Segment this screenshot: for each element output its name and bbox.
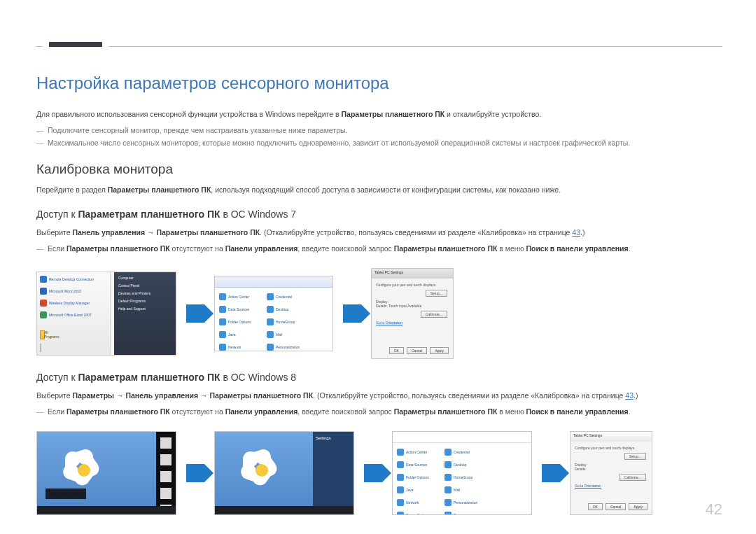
note-item: Если Параметры планшетного ПК отсутствую… [36,243,722,255]
note-item: Если Параметры планшетного ПК отсутствую… [36,406,722,419]
note-item: Подключите сенсорный монитор, прежде чем… [36,125,722,137]
arrow-icon [343,304,361,323]
win8-flow: ★★ ★★ ★★ Settings [36,431,722,515]
header-rule [36,42,722,47]
arrow-icon [364,464,382,482]
calibration-paragraph: Перейдите в раздел Параметры планшетного… [36,184,722,196]
arrow-icon [186,464,204,482]
intro-paragraph: Для правильного использования сенсорной … [36,108,722,120]
arrow-icon [186,304,204,323]
screenshot-win8-desktop-charms: ★★ ★★ ★★ [36,431,176,515]
screenshot-win8-settings-pane: Settings [214,431,354,515]
win7-heading: Доступ к Параметрам планшетного ПК в ОС … [36,209,722,220]
page-title: Настройка параметров сенсорного монитора [36,73,722,93]
screenshot-win8-control-panel: Action Center Credential Data Sources De… [392,431,532,515]
win7-note: Если Параметры планшетного ПК отсутствую… [36,243,722,255]
page-link-43[interactable]: 43 [625,391,634,400]
intro-notes: Подключите сенсорный монитор, прежде чем… [36,125,722,150]
screenshot-win8-tablet-settings: Tablet PC Settings Configure your pen an… [570,431,652,515]
arrow-icon [542,464,560,482]
win8-heading: Доступ к Параметрам планшетного ПК в ОС … [36,372,722,383]
win8-section: Доступ к Параметрам планшетного ПК в ОС … [36,372,722,515]
screenshot-win7-start-menu: Remote Desktop Connection Microsoft Word… [36,272,176,356]
page-link-43[interactable]: 43 [572,228,580,237]
win7-section: Доступ к Параметрам планшетного ПК в ОС … [36,209,722,359]
win8-note: Если Параметры планшетного ПК отсутствую… [36,406,722,419]
win7-flow: Remote Desktop Connection Microsoft Word… [36,268,722,359]
screenshot-win7-tablet-settings: Tablet PC Settings Configure your pen an… [371,268,454,359]
win8-paragraph: Выберите Параметры → Панель управления →… [36,390,722,402]
page-content: Настройка параметров сенсорного монитора… [36,38,722,515]
win7-paragraph: Выберите Панель управления → Параметры п… [36,227,722,239]
section-heading-calibration: Калибровка монитора [36,162,722,177]
note-item: Максимальное число сенсорных мониторов, … [36,137,722,150]
screenshot-win7-control-panel: Action Center Credential Data Sources De… [214,276,333,351]
page-number: 42 [706,500,722,519]
